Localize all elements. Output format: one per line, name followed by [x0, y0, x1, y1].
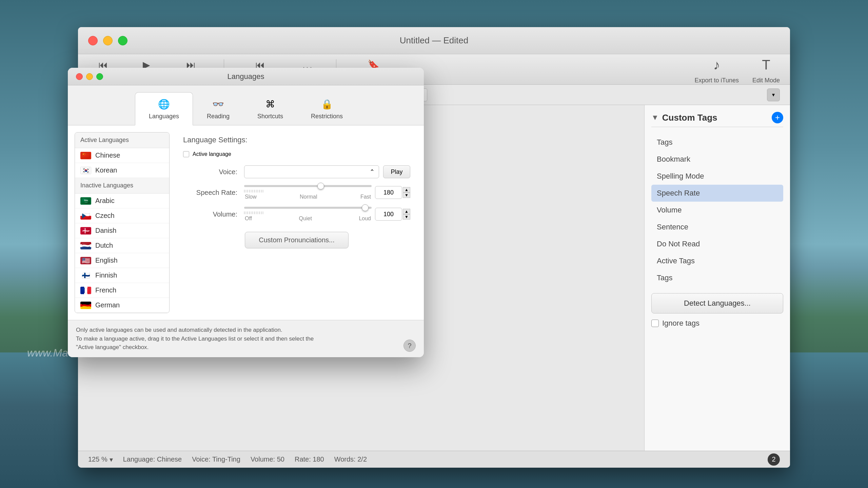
lang-item-czech[interactable]: 🇨🇿 Czech	[75, 208, 169, 223]
voice-play-button[interactable]: Play	[383, 165, 410, 178]
sidebar-item-do-not-read-label: Do Not Read	[657, 240, 700, 248]
export-itunes-button[interactable]: ♪ Export to iTunes	[695, 55, 739, 84]
zoom-button[interactable]	[118, 36, 127, 45]
restrictions-tab-label: Restrictions	[311, 113, 343, 120]
dialog-tabs: 🌐 Languages 👓 Reading ⌘ Shortcuts 🔒 Rest…	[68, 85, 424, 125]
speech-rate-row: Speech Rate:	[183, 185, 410, 200]
volume-stepper: ▲ ▼	[403, 209, 410, 220]
language-settings-panel: Language Settings: Active language Voice…	[176, 132, 417, 313]
volume-label: Volume:	[183, 210, 237, 218]
flag-arabic: 🇸🇦	[80, 197, 91, 205]
volume-up-button[interactable]: ▲	[403, 209, 410, 214]
speech-rate-fast: Fast	[360, 194, 371, 200]
active-languages-header: Active Languages	[75, 133, 169, 148]
footer-line-3: "Active language" checkbox.	[76, 343, 314, 352]
dialog-traffic-lights	[76, 73, 103, 80]
detect-languages-button[interactable]: Detect Languages...	[651, 293, 783, 313]
status-words: Words: 2/2	[334, 455, 367, 463]
status-language: Language: Chinese	[123, 455, 182, 463]
minimize-button[interactable]	[103, 36, 113, 45]
status-volume: Volume: 50	[251, 455, 284, 463]
dialog-zoom-button[interactable]	[96, 73, 103, 80]
zoom-value: 125 %	[88, 455, 107, 463]
sidebar-item-do-not-read[interactable]: Do Not Read	[651, 236, 783, 252]
sidebar-item-active-tags[interactable]: Active Tags	[651, 252, 783, 269]
close-button[interactable]	[88, 36, 98, 45]
volume-thumb[interactable]	[362, 204, 369, 211]
edit-mode-button[interactable]: T Edit Mode	[752, 55, 780, 84]
status-badge: 2	[768, 453, 780, 466]
speech-rate-label: Speech Rate:	[183, 189, 237, 197]
volume-value: 100	[375, 208, 402, 221]
flag-korean: 🇰🇷	[80, 167, 91, 174]
dialog-minimize-button[interactable]	[86, 73, 93, 80]
window-title: Untitled — Edited	[400, 35, 468, 46]
lang-name-danish: Danish	[95, 227, 116, 235]
lang-name-czech: Czech	[95, 212, 115, 220]
sidebar-item-volume[interactable]: Volume	[651, 202, 783, 219]
detect-languages-label: Detect Languages...	[684, 299, 751, 307]
voice-stepper-icon: ⌃	[370, 168, 375, 176]
sidebar-item-tags[interactable]: Tags	[651, 134, 783, 151]
lang-item-dutch[interactable]: 🇳🇱 Dutch	[75, 238, 169, 253]
dialog-close-button[interactable]	[76, 73, 83, 80]
sidebar-item-tags-2[interactable]: Tags	[651, 269, 783, 286]
sidebar-add-button[interactable]: +	[772, 112, 783, 123]
ignore-tags-checkbox[interactable]	[651, 320, 659, 327]
help-button[interactable]: ?	[403, 340, 416, 352]
custom-pronunciations-label: Custom Pronunciations...	[259, 236, 334, 244]
speech-rate-slow: Slow	[245, 194, 257, 200]
tab-restrictions[interactable]: 🔒 Restrictions	[297, 92, 357, 125]
sidebar-item-sentence-label: Sentence	[657, 223, 688, 231]
lang-name-german: German	[95, 301, 120, 309]
ignore-tags-row: Ignore tags	[651, 319, 783, 328]
dialog-titlebar: Languages	[68, 68, 424, 85]
sidebar-item-speech-rate-label: Speech Rate	[657, 189, 700, 197]
export-itunes-label: Export to iTunes	[695, 77, 739, 84]
lang-item-arabic[interactable]: 🇸🇦 Arabic	[75, 194, 169, 208]
music-icon: ♪	[707, 55, 727, 75]
tab-reading[interactable]: 👓 Reading	[193, 92, 243, 125]
sidebar-item-spelling-mode[interactable]: Spelling Mode	[651, 168, 783, 185]
shortcuts-tab-icon: ⌘	[263, 97, 277, 111]
volume-loud: Loud	[359, 216, 371, 222]
lang-item-french[interactable]: 🇫🇷 French	[75, 283, 169, 298]
custom-pronunciations-button[interactable]: Custom Pronunciations...	[245, 232, 348, 248]
lang-item-chinese[interactable]: 🇨🇳 Chinese	[75, 148, 169, 163]
sidebar-item-bookmark-label: Bookmark	[657, 155, 690, 163]
sidebar-item-bookmark[interactable]: Bookmark	[651, 151, 783, 168]
sidebar-item-volume-label: Volume	[657, 206, 682, 214]
active-language-checkbox[interactable]	[183, 151, 189, 157]
zoom-control[interactable]: 125 % ▾	[88, 455, 113, 464]
volume-down-button[interactable]: ▼	[403, 214, 410, 220]
voice-selector[interactable]: ⌃	[244, 165, 379, 178]
sidebar-item-tags-label: Tags	[657, 138, 672, 146]
speech-rate-up-button[interactable]: ▲	[403, 187, 410, 192]
sidebar-item-active-tags-label: Active Tags	[657, 257, 695, 265]
lang-name-french: French	[95, 286, 116, 294]
lang-item-danish[interactable]: 🇩🇰 Danish	[75, 223, 169, 238]
languages-tab-label: Languages	[149, 113, 179, 120]
dialog-content: Active Languages 🇨🇳 Chinese 🇰🇷 Korean In…	[68, 125, 424, 320]
zoom-dropdown-icon: ▾	[110, 455, 113, 464]
footer-line-1: Only active languages can be used and au…	[76, 326, 314, 334]
speech-rate-labels: Slow Normal Fast	[244, 194, 372, 200]
tab-languages[interactable]: 🌐 Languages	[135, 92, 193, 125]
speech-rate-thumb[interactable]	[317, 183, 324, 189]
language-settings-title: Language Settings:	[183, 136, 410, 144]
active-language-row: Active language	[183, 151, 410, 157]
traffic-lights	[88, 36, 127, 45]
dialog-footer: Only active languages can be used and au…	[68, 320, 424, 357]
lang-item-finnish[interactable]: 🇫🇮 Finnish	[75, 268, 169, 283]
lang-item-german[interactable]: 🇩🇪 German	[75, 298, 169, 313]
sidebar-item-sentence[interactable]: Sentence	[651, 219, 783, 236]
status-bar: 125 % ▾ Language: Chinese Voice: Ting-Ti…	[78, 451, 790, 468]
lang-item-korean[interactable]: 🇰🇷 Korean	[75, 163, 169, 178]
tab-shortcuts[interactable]: ⌘ Shortcuts	[243, 92, 297, 125]
sidebar-item-speech-rate[interactable]: Speech Rate	[651, 185, 783, 202]
lang-item-english[interactable]: 🇺🇸 English	[75, 253, 169, 268]
languages-dialog: Languages 🌐 Languages 👓 Reading ⌘ Shortc…	[68, 68, 424, 357]
speech-rate-down-button[interactable]: ▼	[403, 192, 410, 198]
flag-dutch: 🇳🇱	[80, 242, 91, 249]
format-dropdown-button[interactable]: ▾	[767, 88, 780, 101]
